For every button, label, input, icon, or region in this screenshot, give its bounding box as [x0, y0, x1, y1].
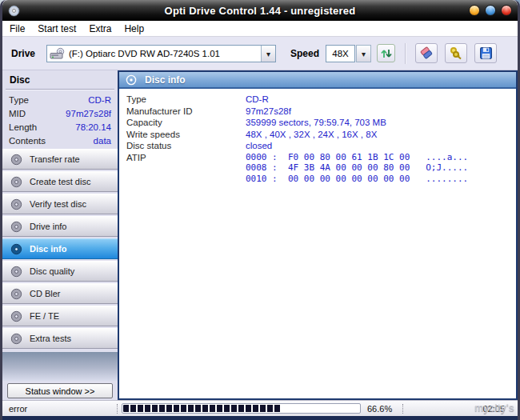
sidebar-gradient-filler	[2, 352, 118, 381]
disc-info-panel: Disc info Type CD-R Manufacturer ID 97m2…	[118, 70, 518, 400]
sidebar-item-label: Disc quality	[30, 266, 74, 276]
sidebar-item-transfer-rate[interactable]: Transfer rate	[2, 149, 118, 170]
status-separator	[117, 404, 118, 414]
disc-lightning-icon	[10, 154, 22, 166]
info-row-disc-status: Disc status closed	[119, 140, 516, 152]
keys-icon	[449, 46, 463, 60]
menu-extra[interactable]: Extra	[89, 23, 111, 34]
speed-value: 48X	[332, 49, 348, 58]
status-window-button[interactable]: Status window >>	[7, 383, 113, 398]
progress-fill	[123, 405, 282, 412]
window-title: Opti Drive Control 1.44 - unregistered	[2, 5, 518, 17]
disc-type-row: Type CD-R	[2, 93, 118, 106]
menu-bar: File Start test Extra Help	[2, 21, 518, 37]
status-bar: error 66.6% 02:05	[2, 400, 518, 416]
disc-info-icon	[126, 74, 137, 86]
chevron-down-icon[interactable]: ▾	[356, 45, 371, 62]
separator	[6, 89, 114, 90]
window-bottom-edge	[2, 416, 518, 420]
menu-help[interactable]: Help	[124, 23, 144, 34]
sidebar-test-buttons: Transfer rate Create test disc Verify te…	[2, 149, 118, 350]
register-keys-button[interactable]	[445, 43, 467, 63]
refresh-icon	[380, 47, 393, 60]
window-controls	[469, 5, 512, 16]
disc-bler-icon	[10, 288, 22, 300]
disc-verify-icon	[10, 198, 22, 210]
row-value: 359999 sectors, 79:59.74, 703 MB	[246, 117, 386, 129]
menu-start-test[interactable]: Start test	[38, 23, 76, 34]
disc-summary: Type CD-R MID 97m27s28f Length 78:20.14 …	[2, 93, 118, 147]
disc-length-value: 78:20.14	[75, 122, 111, 132]
row-value: CD-R	[246, 94, 269, 106]
menu-file[interactable]: File	[10, 23, 25, 34]
progress-percent: 66.6%	[367, 404, 392, 414]
chevron-down-icon[interactable]: ▾	[261, 46, 275, 62]
sidebar-item-label: CD Bler	[30, 289, 61, 298]
sidebar-item-disc-info[interactable]: Disc info	[2, 238, 118, 259]
info-row-type: Type CD-R	[119, 94, 516, 106]
drive-icon	[47, 47, 66, 60]
elapsed-time: 02:05	[482, 404, 505, 414]
disc-info-icon	[10, 243, 22, 255]
drive-value: (F:) Optiarc DVD RW AD-7240S 1.01	[66, 49, 220, 58]
disc-fete-icon	[10, 310, 22, 322]
sidebar: Disc Type CD-R MID 97m27s28f Length 78:2…	[2, 70, 118, 400]
disc-type-value: CD-R	[88, 95, 111, 105]
sidebar-item-verify-test-disc[interactable]: Verify test disc	[2, 194, 118, 214]
disc-length-row: Length 78:20.14	[2, 120, 118, 134]
disc-mid-row: MID 97m27s28f	[2, 106, 118, 120]
row-label: Disc status	[119, 140, 246, 152]
row-value: 97m27s28f	[246, 106, 291, 118]
row-label: Manufacturer ID	[119, 106, 246, 118]
save-floppy-icon	[479, 46, 493, 60]
disc-mid-label: MID	[9, 109, 26, 118]
disc-section-header: Disc	[10, 74, 30, 86]
row-value: 48X , 40X , 32X , 24X , 16X , 8X	[246, 129, 377, 141]
row-label: Capacity	[119, 117, 246, 129]
erase-disc-button[interactable]	[415, 43, 438, 63]
row-label: ATIP	[119, 152, 246, 164]
sidebar-item-label: Disc info	[30, 244, 66, 254]
maximize-button[interactable]	[485, 5, 496, 16]
sidebar-item-label: Create test disc	[30, 177, 90, 186]
info-row-atip: ATIP 0000 : F0 00 80 00 61 1B 1C 00 ....…	[119, 152, 516, 185]
panel-title: Disc info	[145, 74, 186, 86]
panel-body: Type CD-R Manufacturer ID 97m27s28f Capa…	[119, 89, 516, 184]
status-separator	[402, 404, 403, 414]
disc-contents-label: Contents	[9, 136, 46, 146]
toolbar: Drive (F:) Optiarc DVD RW AD-7240S 1.01 …	[2, 37, 518, 70]
sidebar-item-label: FE / TE	[30, 311, 59, 321]
row-label: Type	[119, 94, 246, 106]
sidebar-item-label: Transfer rate	[30, 154, 80, 164]
close-button[interactable]	[501, 5, 512, 16]
app-window: Opti Drive Control 1.44 - unregistered F…	[0, 0, 520, 420]
title-bar[interactable]: Opti Drive Control 1.44 - unregistered	[2, 0, 518, 21]
minimize-button[interactable]	[469, 5, 480, 16]
status-text: error	[9, 404, 27, 414]
sidebar-item-label: Drive info	[30, 222, 66, 231]
sidebar-item-fe-te[interactable]: FE / TE	[2, 306, 118, 326]
info-row-write-speeds: Write speeds 48X , 40X , 32X , 24X , 16X…	[119, 129, 516, 141]
info-row-manufacturer-id: Manufacturer ID 97m27s28f	[119, 106, 516, 118]
toolbar-separator	[405, 43, 406, 64]
drive-label: Drive	[11, 48, 35, 59]
save-button[interactable]	[474, 43, 497, 63]
speed-select[interactable]: 48X	[326, 45, 355, 62]
drive-select[interactable]: (F:) Optiarc DVD RW AD-7240S 1.01 ▾	[46, 45, 276, 62]
row-label: Write speeds	[119, 129, 246, 141]
sidebar-item-drive-info[interactable]: Drive info	[2, 216, 118, 237]
sidebar-item-extra-tests[interactable]: Extra tests	[2, 328, 118, 349]
atip-hex-dump: 0000 : F0 00 80 00 61 1B 1C 00 ....a...0…	[246, 152, 468, 185]
eraser-icon	[419, 46, 434, 60]
row-value: closed	[246, 140, 272, 152]
panel-header: Disc info	[119, 72, 516, 89]
disc-write-icon	[10, 176, 22, 188]
info-row-capacity: Capacity 359999 sectors, 79:59.74, 703 M…	[119, 117, 516, 129]
sidebar-item-create-test-disc[interactable]: Create test disc	[2, 171, 118, 192]
progress-bar	[122, 403, 361, 414]
sidebar-item-disc-quality[interactable]: Disc quality	[2, 261, 118, 282]
sidebar-item-label: Verify test disc	[30, 199, 86, 209]
sidebar-item-cd-bler[interactable]: CD Bler	[2, 283, 118, 304]
refresh-drives-button[interactable]	[377, 44, 395, 62]
sidebar-item-label: Extra tests	[30, 334, 71, 343]
